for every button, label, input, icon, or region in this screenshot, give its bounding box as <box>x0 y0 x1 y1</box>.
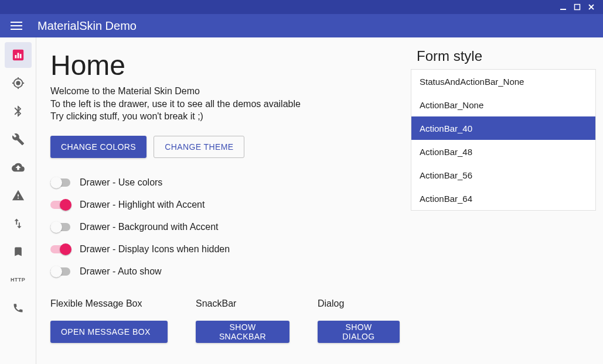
drawer-item-bluetooth[interactable] <box>5 98 32 124</box>
formstyle-list: StatusAndActionBar_None ActionBar_None A… <box>411 69 596 211</box>
switch-row-display-icons: Drawer - Display Icons when hidden <box>50 239 589 260</box>
switch-background-accent[interactable] <box>50 221 71 233</box>
switch-label: Drawer - Display Icons when hidden <box>80 244 230 255</box>
formstyle-item[interactable]: ActionBar_64 <box>411 187 595 210</box>
switch-row-auto-show: Drawer - Auto show <box>50 261 589 282</box>
target-icon <box>12 77 25 90</box>
drawer-item-warning[interactable] <box>5 183 32 208</box>
bookmark-icon <box>12 246 24 257</box>
open-messagebox-button[interactable]: OPEN MESSAGE BOX <box>50 321 168 343</box>
switch-label: Drawer - Auto show <box>80 266 162 277</box>
snackbar-section: SnackBar SHOW SNACKBAR <box>196 298 289 343</box>
svg-rect-4 <box>11 29 22 30</box>
content-area: HTTP Home Welcome to the Material Skin D… <box>0 37 603 364</box>
formstyle-item[interactable]: ActionBar_48 <box>411 140 595 163</box>
drawer-item-phone[interactable] <box>5 295 32 321</box>
drawer-item-target[interactable] <box>5 70 32 96</box>
cloud-upload-icon <box>12 161 25 174</box>
wrench-icon <box>12 133 25 146</box>
svg-rect-2 <box>11 22 22 23</box>
formstyle-item[interactable]: ActionBar_56 <box>411 163 595 187</box>
bar-chart-icon <box>12 49 25 61</box>
drawer-item-tools[interactable] <box>5 126 32 152</box>
drawer-item-cloud-upload[interactable] <box>5 154 32 180</box>
switch-label: Drawer - Background with Accent <box>80 222 219 232</box>
formstyle-title: Form style <box>411 48 596 64</box>
formstyle-panel: Form style StatusAndActionBar_None Actio… <box>411 48 596 211</box>
app-title: MaterialSkin Demo <box>38 19 137 33</box>
bluetooth-icon <box>12 105 25 118</box>
svg-rect-8 <box>19 54 21 58</box>
formstyle-item[interactable]: StatusAndActionBar_None <box>411 70 595 93</box>
drawer-item-bookmark[interactable] <box>5 239 32 265</box>
change-colors-button[interactable]: CHANGE COLORS <box>50 136 147 158</box>
svg-rect-7 <box>17 53 19 58</box>
switch-label: Drawer - Highlight with Accent <box>80 200 205 210</box>
switch-use-colors[interactable] <box>50 177 71 188</box>
close-button[interactable] <box>584 0 598 14</box>
drawer-item-import-export[interactable] <box>5 211 32 236</box>
section-label: SnackBar <box>196 298 289 309</box>
section-label: Flexible Message Box <box>50 298 168 309</box>
minimize-button[interactable] <box>556 0 570 14</box>
titlebar <box>0 0 603 14</box>
phone-icon <box>12 302 24 314</box>
svg-rect-1 <box>575 5 580 10</box>
formstyle-item[interactable]: ActionBar_None <box>411 93 595 116</box>
formstyle-item[interactable]: ActionBar_40 <box>411 116 595 140</box>
drawer-item-http[interactable]: HTTP <box>5 267 32 293</box>
menu-icon[interactable] <box>9 19 23 33</box>
section-label: Dialog <box>318 298 400 309</box>
warning-icon <box>12 189 25 202</box>
maximize-button[interactable] <box>570 0 584 14</box>
svg-rect-3 <box>11 25 22 26</box>
switch-label: Drawer - Use colors <box>80 177 162 188</box>
dialog-section: Dialog SHOW DIALOG <box>318 298 400 343</box>
messagebox-section: Flexible Message Box OPEN MESSAGE BOX <box>50 298 168 343</box>
http-icon: HTTP <box>11 277 25 283</box>
switch-highlight-accent[interactable] <box>50 199 71 211</box>
show-snackbar-button[interactable]: SHOW SNACKBAR <box>196 321 289 343</box>
switch-row-background-accent: Drawer - Background with Accent <box>50 217 589 238</box>
drawer: HTTP <box>0 37 36 364</box>
import-export-icon <box>12 217 25 230</box>
switch-display-icons[interactable] <box>50 243 71 255</box>
show-dialog-button[interactable]: SHOW DIALOG <box>318 321 400 343</box>
change-theme-button[interactable]: CHANGE THEME <box>154 136 244 158</box>
switch-auto-show[interactable] <box>50 266 71 277</box>
main-panel: Home Welcome to the Material Skin Demo T… <box>36 37 603 364</box>
drawer-item-home[interactable] <box>5 42 32 68</box>
svg-rect-0 <box>560 9 566 10</box>
svg-rect-6 <box>15 55 16 59</box>
appbar: MaterialSkin Demo <box>0 14 603 37</box>
